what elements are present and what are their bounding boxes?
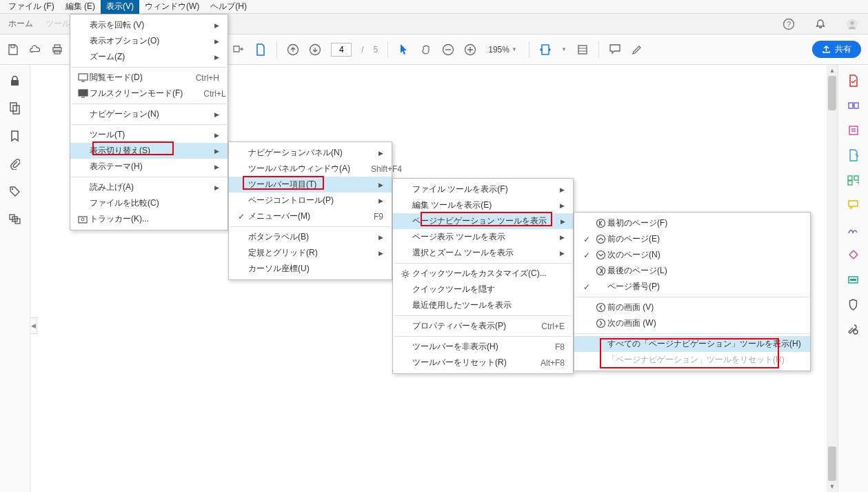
menu-display-theme[interactable]: 表示テーマ(H)▶ <box>70 159 228 175</box>
menu-last-page[interactable]: 最後のページ(L) <box>574 263 810 279</box>
menu-show-all-pagenav[interactable]: すべての「ページナビゲーション」ツールを表示(H) <box>574 336 810 352</box>
more-tools-icon[interactable] <box>847 323 860 335</box>
menu-tools[interactable]: ツール(T)▶ <box>70 127 228 143</box>
account-icon[interactable] <box>846 18 858 30</box>
menu-navigation[interactable]: ナビゲーション(N)▶ <box>70 106 228 122</box>
send-icon[interactable] <box>232 43 245 56</box>
help-icon[interactable]: ? <box>783 18 795 30</box>
check-icon: ✓ <box>580 282 594 292</box>
organize-icon[interactable]: + <box>847 174 860 186</box>
page-up-icon[interactable] <box>287 43 299 56</box>
bookmark-icon[interactable] <box>9 130 21 142</box>
protect-icon[interactable] <box>847 298 860 311</box>
export-pdf-icon[interactable] <box>847 99 860 112</box>
zoom-out-icon[interactable] <box>442 43 454 56</box>
save-icon[interactable] <box>7 43 19 56</box>
menu-cursor-coord[interactable]: カーソル座標(U) <box>229 261 392 277</box>
fill-sign-icon[interactable] <box>847 224 860 236</box>
menu-prev-view[interactable]: 前の画面 (V) <box>574 299 810 315</box>
gear-icon <box>398 269 412 279</box>
page-icon[interactable] <box>254 43 267 56</box>
menu-rotate-view[interactable]: 表示を回転 (V)▶ <box>70 17 228 33</box>
svg-rect-24 <box>848 176 852 180</box>
tag-icon[interactable] <box>9 185 21 197</box>
menu-first-page[interactable]: 最初のページ(F) <box>574 215 810 231</box>
menu-page-number[interactable]: ✓ページ番号(P) <box>574 279 810 295</box>
menu-recent-tools[interactable]: 最近使用したツールを表示 <box>393 297 573 313</box>
menu-tool-panel[interactable]: ツールパネルウィンドウ(A)Shift+F4 <box>229 161 392 177</box>
menu-hide-toolbar[interactable]: ツールバーを非表示(H)F8 <box>393 339 573 355</box>
attachment-icon[interactable] <box>9 157 21 170</box>
bell-icon[interactable] <box>814 18 827 30</box>
menu-fullscreen[interactable]: フルスクリーンモード(F)Ctrl+L <box>70 86 228 101</box>
thumbnails-icon[interactable] <box>9 102 21 115</box>
menu-rulers-grid[interactable]: 定規とグリッド(R)▶ <box>229 245 392 261</box>
menu-hide-quick[interactable]: クイックツールを隠す <box>393 282 573 297</box>
menu-nav-panel[interactable]: ナビゲーションパネル(N)▶ <box>229 145 392 161</box>
redact-icon[interactable] <box>847 273 860 286</box>
menu-toggle-display[interactable]: 表示切り替え(S)▶ <box>70 143 228 159</box>
pointer-icon[interactable] <box>398 43 410 56</box>
menu-page-display-tools[interactable]: ページ表示 ツールを表示▶ <box>393 229 573 245</box>
menu-file[interactable]: ファイル (F) <box>3 0 60 14</box>
menu-prev-page[interactable]: ✓前のページ(E) <box>574 231 810 247</box>
toolbar-items-menu: ファイル ツールを表示(F)▶ 編集 ツールを表示(E)▶ ページナビゲーション… <box>392 178 574 374</box>
share-button[interactable]: 共有 <box>812 41 861 58</box>
svg-rect-22 <box>854 103 858 108</box>
zoom-in-icon[interactable] <box>464 43 476 56</box>
nav-tools[interactable]: ツール <box>46 18 70 30</box>
menu-display-options[interactable]: 表示オプション(O)▶ <box>70 33 228 49</box>
svg-point-3 <box>850 21 854 24</box>
comment-icon[interactable] <box>609 43 621 56</box>
page-down-icon[interactable] <box>309 43 321 56</box>
nav-home[interactable]: ホーム <box>8 18 33 30</box>
vertical-scrollbar[interactable]: ▲ ▼ <box>827 65 838 492</box>
menu-edit[interactable]: 編集 (E) <box>60 0 101 14</box>
cloud-icon[interactable] <box>29 43 41 56</box>
request-sign-icon[interactable] <box>847 149 860 161</box>
scroll-thumb[interactable] <box>828 76 836 110</box>
svg-point-17 <box>12 188 13 189</box>
menu-menubar[interactable]: ✓メニューバー(M)F9 <box>229 208 392 224</box>
menu-edit-tools[interactable]: 編集 ツールを表示(E)▶ <box>393 197 573 213</box>
menu-reset-toolbar[interactable]: ツールバーをリセット(R)Alt+F8 <box>393 355 573 371</box>
menu-page-controls[interactable]: ページコントロール(P)▶ <box>229 193 392 208</box>
svg-rect-29 <box>850 279 856 281</box>
svg-rect-31 <box>79 74 88 80</box>
lock-icon[interactable] <box>9 75 21 87</box>
fit-width-icon[interactable] <box>539 43 552 56</box>
scroll-up-icon[interactable]: ▲ <box>827 65 838 76</box>
menu-customize-quick[interactable]: クイックツールをカスタマイズ(C)... <box>393 266 573 282</box>
zoom-level[interactable]: 195%▼ <box>486 43 519 57</box>
hand-icon[interactable] <box>420 43 432 56</box>
layers-icon[interactable] <box>9 213 21 225</box>
comment-tool-icon[interactable] <box>847 199 860 211</box>
menu-compare-files[interactable]: ファイルを比較(C) <box>70 195 228 211</box>
menu-toolbar-items[interactable]: ツールバー項目(T)▶ <box>229 177 392 193</box>
scroll-down-icon[interactable]: ▼ <box>827 481 838 492</box>
menu-next-page[interactable]: ✓次のページ(N) <box>574 247 810 263</box>
edit-pdf-icon[interactable] <box>847 124 860 137</box>
menu-read-mode[interactable]: 閲覧モード(D)Ctrl+H <box>70 70 228 86</box>
menu-tracker[interactable]: トラッカー(K)... <box>70 211 228 227</box>
scroll-thumb-bottom[interactable] <box>828 446 836 481</box>
measure-icon[interactable] <box>847 248 860 261</box>
menu-button-labels[interactable]: ボタンラベル(B)▶ <box>229 229 392 245</box>
menu-window[interactable]: ウィンドウ(W) <box>139 0 205 14</box>
menu-help[interactable]: ヘルプ(H) <box>205 0 252 14</box>
menu-next-view[interactable]: 次の画面 (W) <box>574 315 810 331</box>
print-icon[interactable] <box>51 43 63 56</box>
menu-property-bar[interactable]: プロパティバーを表示(P)Ctrl+E <box>393 318 573 334</box>
menu-select-zoom-tools[interactable]: 選択とズーム ツールを表示▶ <box>393 245 573 261</box>
page-number-input[interactable] <box>331 43 352 57</box>
menu-page-nav-tools[interactable]: ページナビゲーション ツールを表示▶ <box>393 213 573 229</box>
scroll-mode-icon[interactable] <box>576 43 589 56</box>
menu-file-tools[interactable]: ファイル ツールを表示(F)▶ <box>393 181 573 197</box>
menu-view[interactable]: 表示(V) <box>101 0 139 14</box>
last-page-icon <box>594 266 607 276</box>
menu-zoom[interactable]: ズーム(Z)▶ <box>70 49 228 65</box>
collapse-left-icon[interactable]: ◀ <box>30 317 37 334</box>
create-pdf-icon[interactable] <box>847 75 860 87</box>
highlight-icon[interactable] <box>631 43 643 56</box>
menu-read-aloud[interactable]: 読み上げ(A)▶ <box>70 179 228 195</box>
